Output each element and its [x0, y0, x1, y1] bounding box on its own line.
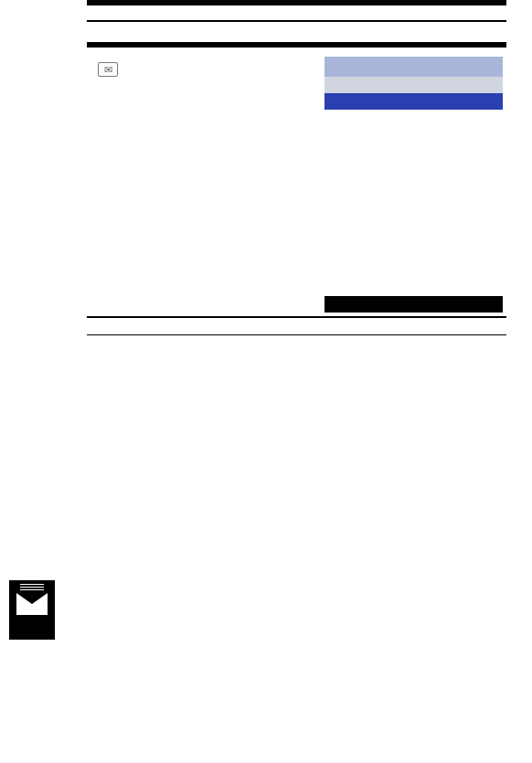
side-chapter-tab — [0, 397, 55, 571]
page-content — [87, 0, 506, 708]
device-list-header — [325, 93, 503, 110]
device-account-list — [325, 110, 503, 296]
chapter-envelope-icon — [9, 580, 55, 640]
action-block-1 — [87, 0, 506, 22]
rule — [87, 20, 506, 22]
rule — [87, 316, 506, 318]
action-step-row — [87, 5, 506, 18]
messaging-icon — [98, 62, 118, 77]
device-body — [325, 93, 503, 296]
rule — [87, 334, 506, 335]
device-selector-bar — [325, 57, 503, 77]
action-content-row — [87, 48, 506, 314]
action-text-column — [98, 57, 312, 313]
device-status-bar — [325, 296, 503, 313]
device-screenshot — [325, 57, 503, 313]
action-paragraph — [98, 57, 312, 78]
action-block-2 — [87, 42, 506, 335]
device-menu-bar — [325, 77, 503, 93]
